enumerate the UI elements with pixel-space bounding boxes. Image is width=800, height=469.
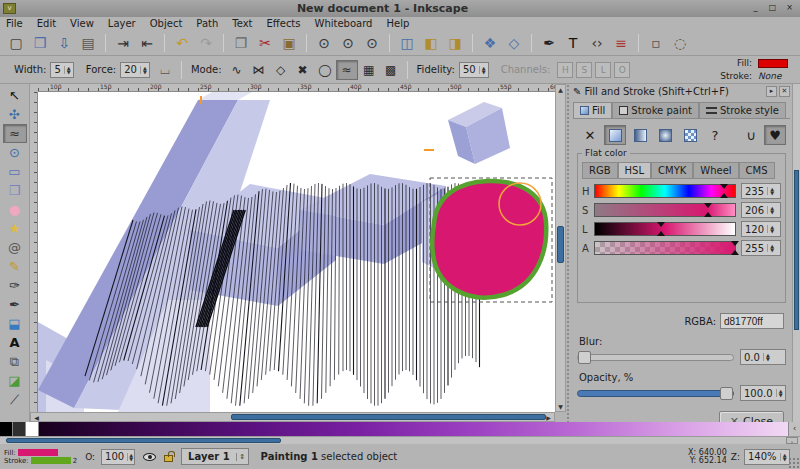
mode-push-icon[interactable]: ∿ [226, 60, 248, 80]
l-spinbox[interactable]: 120▲▼ [741, 221, 781, 237]
blur-slider[interactable] [577, 354, 734, 361]
gradient-tool[interactable]: ◪ [3, 371, 27, 390]
tweak-tool[interactable]: ≈ [3, 124, 27, 143]
palette-scroll-right-icon[interactable]: › [786, 437, 798, 444]
palette-gradient[interactable] [39, 422, 788, 436]
linear-gradient-icon[interactable] [629, 125, 651, 145]
layer-selector[interactable]: Layer 1 ⇕ [181, 448, 248, 465]
object-opacity-spinbox[interactable]: 100▲▼ [101, 449, 135, 465]
ellipse-tool[interactable]: ● [3, 200, 27, 219]
copy-icon[interactable]: ❐ [229, 32, 253, 54]
menu-item-object[interactable]: Object [150, 18, 183, 29]
horizontal-scrollbar[interactable]: ◀ ▶ [30, 412, 555, 422]
group-icon[interactable]: ❖ [478, 32, 502, 54]
palette-scrollbar[interactable]: › [0, 436, 800, 444]
channel-l-toggle[interactable]: L [595, 62, 611, 78]
find-icon[interactable]: ◌ [668, 32, 692, 54]
menu-item-text[interactable]: Text [232, 18, 252, 29]
dock-close-icon[interactable]: ✕ [779, 86, 790, 97]
connector-tool[interactable]: ⧉ [3, 352, 27, 371]
no-paint-icon[interactable]: ✕ [579, 125, 601, 145]
menu-item-help[interactable]: Help [386, 18, 409, 29]
window-resize-grip[interactable] [788, 457, 800, 469]
import-icon[interactable]: ⇥ [111, 32, 135, 54]
color-tab-rgb[interactable]: RGB [582, 162, 618, 179]
menu-item-path[interactable]: Path [196, 18, 218, 29]
color-tab-cms[interactable]: CMS [739, 162, 775, 179]
window-menu-icon[interactable]: v [3, 3, 16, 14]
icon-preview-icon[interactable]: ▫ [644, 32, 668, 54]
mode-paint-color-icon[interactable]: ≈ [336, 60, 358, 80]
palette-swatch[interactable] [0, 422, 13, 436]
a-slider[interactable] [594, 241, 736, 255]
scroll-up-icon[interactable]: ▲ [556, 86, 565, 93]
create-clone-icon[interactable]: ◧ [419, 32, 443, 54]
color-tab-wheel[interactable]: Wheel [693, 162, 738, 179]
maximize-button[interactable]: □ [766, 3, 779, 14]
calligraphy-tool[interactable]: ✒ [3, 295, 27, 314]
blur-slider-thumb[interactable] [578, 351, 591, 364]
open-document-icon[interactable]: ❒ [28, 32, 52, 54]
star-tool[interactable]: ★ [3, 219, 27, 238]
rectangle-tool[interactable]: ▭ [3, 162, 27, 181]
tab-fill[interactable]: Fill [573, 102, 612, 118]
palette-scroll-left-icon[interactable]: ‹ [788, 422, 800, 436]
fill-rule-evenodd-icon[interactable]: ∪ [740, 125, 762, 145]
flat-color-icon[interactable] [604, 125, 626, 145]
duplicate-icon[interactable]: ◫ [395, 32, 419, 54]
selected-style-indicator[interactable]: Fill: Stroke:2 [4, 449, 77, 465]
menu-item-view[interactable]: View [70, 18, 94, 29]
s-spinbox[interactable]: 206▲▼ [741, 202, 781, 218]
mode-blur-icon[interactable]: ▩ [380, 60, 402, 80]
channel-h-toggle[interactable]: H [557, 62, 573, 78]
layer-dropdown-icon[interactable]: ⇕ [236, 453, 248, 461]
opacity-slider[interactable] [577, 390, 734, 397]
undo-icon[interactable]: ↶ [170, 32, 194, 54]
fill-stroke-dialog-icon[interactable]: ✒ [537, 32, 561, 54]
palette-swatch[interactable] [13, 422, 26, 436]
print-icon[interactable]: ▤ [76, 32, 100, 54]
zoom-page-icon[interactable]: ⊙ [360, 32, 384, 54]
xml-editor-icon[interactable]: ‹› [585, 32, 609, 54]
text-dialog-icon[interactable]: T [561, 32, 585, 54]
dropper-tool[interactable]: ⟋ [3, 390, 27, 409]
color-tab-hsl[interactable]: HSL [618, 162, 651, 179]
box3d-tool[interactable]: ❒ [3, 181, 27, 200]
paste-icon[interactable]: ▣ [277, 32, 301, 54]
tweaked-path-object[interactable] [432, 181, 546, 298]
fill-rule-nonzero-icon[interactable]: ♥ [764, 125, 786, 145]
layer-visibility-icon[interactable] [143, 453, 156, 461]
dock-scrollbar[interactable] [792, 84, 800, 422]
statusbar-fill-swatch[interactable] [18, 449, 58, 456]
rgba-input[interactable] [720, 313, 784, 329]
statusbar-stroke-swatch[interactable] [31, 457, 71, 464]
vertical-ruler[interactable] [30, 92, 38, 412]
close-button[interactable]: × [783, 3, 796, 14]
close-button[interactable]: ✕ Close [719, 411, 784, 422]
zoom-selection-icon[interactable]: ⊙ [312, 32, 336, 54]
cut-icon[interactable]: ✂ [253, 32, 277, 54]
palette-scroll-thumb[interactable] [6, 438, 281, 443]
selector-tool[interactable]: ↖ [3, 86, 27, 105]
minimize-button[interactable]: _ [749, 3, 762, 14]
force-spinbox[interactable]: 20▲▼ [120, 62, 150, 78]
menu-item-effects[interactable]: Effects [267, 18, 301, 29]
menu-item-layer[interactable]: Layer [108, 18, 136, 29]
hscroll-thumb[interactable] [231, 414, 546, 420]
node-tool[interactable]: ✣ [3, 105, 27, 124]
mode-shrink-grow-icon[interactable]: ⋈ [248, 60, 270, 80]
zoom-drawing-icon[interactable]: ⊙ [336, 32, 360, 54]
fidelity-spinbox[interactable]: 50▲▼ [459, 62, 489, 78]
mode-attract-icon[interactable]: ◇ [270, 60, 292, 80]
mode-roughen-icon[interactable]: ◯ [314, 60, 336, 80]
new-document-icon[interactable]: ▢ [4, 32, 28, 54]
align-distribute-icon[interactable]: ≡ [609, 32, 633, 54]
unknown-paint-icon[interactable]: ? [704, 125, 726, 145]
channel-s-toggle[interactable]: S [576, 62, 592, 78]
pattern-icon[interactable] [679, 125, 701, 145]
radial-gradient-icon[interactable] [654, 125, 676, 145]
palette-swatch[interactable] [26, 422, 39, 436]
redo-icon[interactable]: ↷ [194, 32, 218, 54]
tab-stroke-paint[interactable]: Stroke paint [612, 102, 699, 118]
scroll-right-icon[interactable]: ▶ [544, 414, 553, 421]
